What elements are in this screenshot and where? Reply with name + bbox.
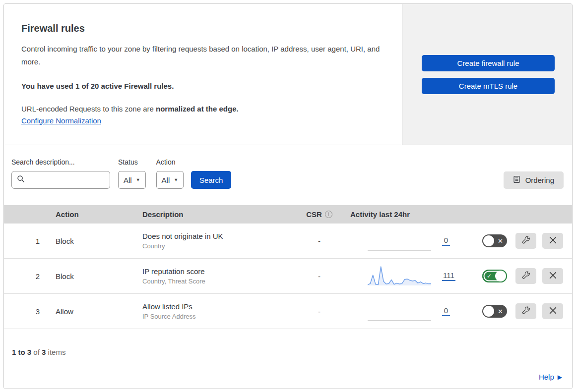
edit-rule-button[interactable]: [515, 233, 536, 249]
search-description-input[interactable]: [28, 176, 105, 184]
wrench-icon: [522, 236, 530, 246]
rule-csr: -: [296, 237, 343, 245]
col-description: Description: [138, 210, 296, 219]
chevron-down-icon: ▼: [136, 177, 140, 182]
status-field: Status All ▼: [118, 158, 146, 189]
status-label: Status: [118, 158, 146, 166]
rule-description: Allow listed IPs: [142, 302, 296, 311]
status-dropdown-value: All: [124, 176, 132, 184]
intro-card: Firewall rules Control incoming traffic …: [4, 4, 402, 145]
chevron-down-icon: ▼: [174, 177, 178, 182]
help-bar: Help ▶: [4, 365, 572, 389]
x-icon: [549, 306, 557, 316]
usage-summary: You have used 1 of 20 active Firewall ru…: [21, 82, 382, 90]
search-box: [11, 171, 110, 189]
table-row: 1 Block Does not originate in UK Country…: [4, 224, 572, 259]
wrench-icon: [522, 306, 530, 316]
rule-description-cell: Does not originate in UK Country: [138, 232, 296, 250]
rule-fields: Country, Threat Score: [142, 278, 296, 285]
activity-sparkline: [368, 229, 431, 252]
table-body: 1 Block Does not originate in UK Country…: [4, 224, 572, 329]
actions-panel: Create firewall rule Create mTLS rule: [402, 4, 572, 145]
filter-bar: Search description... Status All ▼ Actio…: [4, 145, 572, 205]
action-label: Action: [156, 158, 184, 166]
ordering-button-label: Ordering: [525, 176, 554, 184]
info-icon[interactable]: i: [325, 211, 332, 218]
help-link-label: Help: [539, 373, 554, 381]
rule-controls: ✕: [474, 303, 572, 319]
activity-sparkline: [368, 265, 431, 287]
normalization-bold-text: normalized at the edge.: [156, 105, 239, 113]
search-icon: [17, 175, 25, 185]
table-row: 3 Allow Allow listed IPs IP Source Addre…: [4, 294, 572, 329]
pagination-of: of: [31, 348, 42, 356]
enable-toggle[interactable]: ✕: [482, 234, 507, 247]
rule-description: IP reputation score: [142, 267, 296, 276]
rule-description-cell: IP reputation score Country, Threat Scor…: [138, 267, 296, 285]
ordering-button[interactable]: Ordering: [504, 171, 564, 189]
search-label: Search description...: [11, 158, 110, 166]
enable-toggle[interactable]: ✕: [482, 305, 507, 318]
toggle-knob: [495, 271, 506, 281]
rule-description: Does not originate in UK: [142, 232, 296, 240]
rule-fields: IP Source Address: [142, 313, 296, 320]
help-link[interactable]: Help ▶: [539, 373, 562, 381]
toggle-state-icon: ✓: [487, 273, 492, 279]
pagination-range: 1 to 3: [12, 348, 31, 356]
header-section: Firewall rules Control incoming traffic …: [4, 4, 572, 145]
page-title: Firewall rules: [21, 23, 382, 34]
table-pagination: 1 to 3 of 3 items: [4, 329, 572, 365]
toggle-knob: [483, 235, 494, 246]
search-button[interactable]: Search: [191, 171, 231, 189]
toggle-state-icon: ✕: [498, 308, 503, 315]
rule-action: Block: [52, 237, 138, 245]
wrench-icon: [522, 271, 530, 281]
toggle-knob: [483, 306, 494, 317]
col-activity: Activity last 24hr: [343, 210, 474, 219]
delete-rule-button[interactable]: [542, 233, 563, 249]
action-field: Action All ▼: [156, 158, 184, 189]
rule-activity-cell: 0: [343, 300, 474, 323]
enable-toggle[interactable]: ✓: [482, 270, 507, 282]
normalization-text: URL-encoded Requests to this zone are: [21, 105, 156, 113]
rule-description-cell: Allow listed IPs IP Source Address: [138, 302, 296, 320]
rule-controls: ✕: [474, 233, 572, 249]
x-icon: [549, 236, 557, 246]
col-csr-label: CSR: [306, 210, 322, 219]
arrow-right-icon: ▶: [558, 374, 562, 381]
col-csr: CSRi: [296, 210, 343, 219]
rule-fields: Country: [142, 242, 296, 250]
configure-normalization-link[interactable]: Configure Normalization: [21, 116, 101, 125]
activity-count-link[interactable]: 0: [442, 236, 450, 246]
normalization-note: URL-encoded Requests to this zone are no…: [21, 105, 382, 113]
activity-count-link[interactable]: 0: [442, 306, 450, 316]
edit-rule-button[interactable]: [515, 268, 536, 284]
rule-csr: -: [296, 307, 343, 316]
toggle-state-icon: ✕: [498, 238, 503, 244]
search-button-wrap: Search: [191, 171, 231, 189]
rule-action: Allow: [52, 307, 138, 316]
rule-priority: 2: [4, 272, 52, 280]
activity-sparkline: [368, 300, 431, 323]
create-mtls-rule-button[interactable]: Create mTLS rule: [422, 78, 555, 94]
rule-controls: ✓: [474, 268, 572, 284]
rule-priority: 3: [4, 307, 52, 316]
x-icon: [549, 271, 557, 281]
delete-rule-button[interactable]: [542, 268, 563, 284]
rule-activity-cell: 111: [343, 265, 474, 287]
table-row: 2 Block IP reputation score Country, Thr…: [4, 259, 572, 294]
delete-rule-button[interactable]: [542, 303, 563, 319]
firewall-rules-panel: Firewall rules Control incoming traffic …: [3, 3, 573, 389]
activity-count-link[interactable]: 111: [442, 271, 455, 281]
ordering-list-icon: [513, 175, 520, 185]
edit-rule-button[interactable]: [515, 303, 536, 319]
table-header: Action Description CSRi Activity last 24…: [4, 205, 572, 224]
rule-activity-cell: 0: [343, 229, 474, 252]
rule-priority: 1: [4, 237, 52, 245]
action-dropdown[interactable]: All ▼: [156, 171, 184, 189]
create-firewall-rule-button[interactable]: Create firewall rule: [422, 55, 555, 71]
rule-action: Block: [52, 272, 138, 280]
col-action: Action: [52, 210, 138, 219]
status-dropdown[interactable]: All ▼: [118, 171, 146, 189]
page-description: Control incoming traffic to your zone by…: [21, 43, 382, 68]
